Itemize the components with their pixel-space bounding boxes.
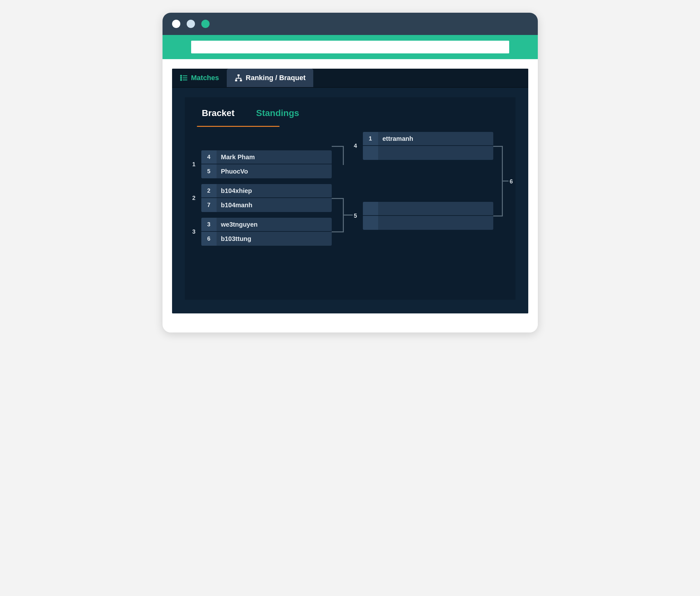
active-tab-underline — [197, 126, 279, 127]
match-2-slot-1: 2 b104xhiep — [201, 184, 332, 198]
window-dot-max[interactable] — [201, 20, 209, 28]
bracket-area: 1 4 Mark Pham 5 PhuocVo 2 — [191, 134, 509, 281]
match-1-seed-2: 5 — [201, 164, 217, 178]
match-label-4: 4 — [354, 143, 357, 149]
match-3[interactable]: 3 we3tnguyen 6 b103ttung — [201, 218, 332, 246]
sub-tab-standings[interactable]: Standings — [255, 106, 300, 123]
sub-tab-bar: Bracket Standings — [191, 104, 509, 126]
tab-matches-label: Matches — [191, 74, 219, 82]
match-5-slot-1 — [363, 202, 493, 216]
match-5[interactable] — [363, 202, 493, 230]
connector-m4m5-m6 — [493, 146, 503, 216]
match-1-slot-2: 5 PhuocVo — [201, 164, 332, 178]
svg-point-2 — [180, 77, 181, 78]
match-label-2: 2 — [193, 195, 196, 202]
match-1[interactable]: 4 Mark Pham 5 PhuocVo — [201, 150, 332, 178]
sub-tab-bracket-label: Bracket — [202, 108, 235, 118]
match-2[interactable]: 2 b104xhiep 7 b104manh — [201, 184, 332, 212]
match-label-3: 3 — [193, 229, 196, 235]
svg-rect-6 — [237, 74, 240, 76]
match-label-1: 1 — [193, 161, 196, 168]
browser-toolbar — [162, 35, 538, 59]
match-5-seed-2 — [363, 216, 378, 230]
tab-ranking[interactable]: Ranking / Braquet — [227, 69, 313, 87]
window-dot-min[interactable] — [187, 20, 195, 28]
top-tab-bar: Matches Ranking / Braquet — [172, 69, 528, 88]
match-1-seed-1: 4 — [201, 150, 217, 164]
match-3-slot-1: 3 we3tnguyen — [201, 218, 332, 232]
sub-tab-standings-label: Standings — [256, 108, 299, 118]
match-3-seed-2: 6 — [201, 232, 217, 246]
svg-point-0 — [180, 75, 181, 76]
match-2-player-1: b104xhiep — [217, 187, 252, 195]
match-4-player-1: ettramanh — [378, 135, 414, 142]
match-3-player-1: we3tnguyen — [217, 221, 258, 228]
browser-titlebar — [162, 13, 538, 35]
match-4-slot-1: 1 ettramanh — [363, 132, 493, 146]
window-dot-close[interactable] — [172, 20, 180, 28]
svg-rect-8 — [240, 79, 242, 81]
match-4-seed-1: 1 — [363, 132, 378, 145]
match-2-seed-1: 2 — [201, 184, 217, 198]
page-body: Matches Ranking / Braquet Bracket — [162, 59, 538, 333]
match-2-player-2: b104manh — [217, 202, 252, 209]
match-3-player-2: b103ttung — [217, 235, 252, 242]
match-1-slot-1: 4 Mark Pham — [201, 150, 332, 164]
browser-url-input[interactable] — [191, 41, 509, 53]
match-1-player-2: PhuocVo — [217, 168, 248, 175]
bracket-panel: Bracket Standings 1 4 Mark Pham — [185, 97, 516, 300]
browser-window: Matches Ranking / Braquet Bracket — [162, 13, 538, 333]
match-1-player-1: Mark Pham — [217, 154, 255, 161]
connector-m5-lead — [344, 214, 353, 215]
list-icon — [180, 74, 188, 82]
sub-tab-bracket[interactable]: Bracket — [201, 106, 236, 123]
match-4-seed-2 — [363, 146, 378, 160]
bracket-icon — [234, 74, 243, 82]
connector-m6-lead — [503, 181, 508, 182]
match-3-slot-2: 6 b103ttung — [201, 232, 332, 246]
match-5-slot-2 — [363, 216, 493, 230]
tournament-app: Matches Ranking / Braquet Bracket — [172, 69, 528, 313]
svg-rect-7 — [235, 79, 237, 81]
match-4-slot-2 — [363, 146, 493, 160]
match-2-slot-2: 7 b104manh — [201, 198, 332, 212]
connector-m2m3-m5 — [332, 198, 344, 232]
tab-ranking-label: Ranking / Braquet — [246, 74, 306, 82]
match-3-seed-1: 3 — [201, 218, 217, 231]
match-label-6: 6 — [510, 178, 513, 185]
svg-point-4 — [180, 79, 181, 80]
tab-matches[interactable]: Matches — [172, 69, 227, 87]
connector-m1-m4 — [332, 146, 344, 165]
match-2-seed-2: 7 — [201, 198, 217, 212]
match-4[interactable]: 1 ettramanh — [363, 132, 493, 160]
match-label-5: 5 — [354, 213, 357, 219]
match-5-seed-1 — [363, 202, 378, 215]
